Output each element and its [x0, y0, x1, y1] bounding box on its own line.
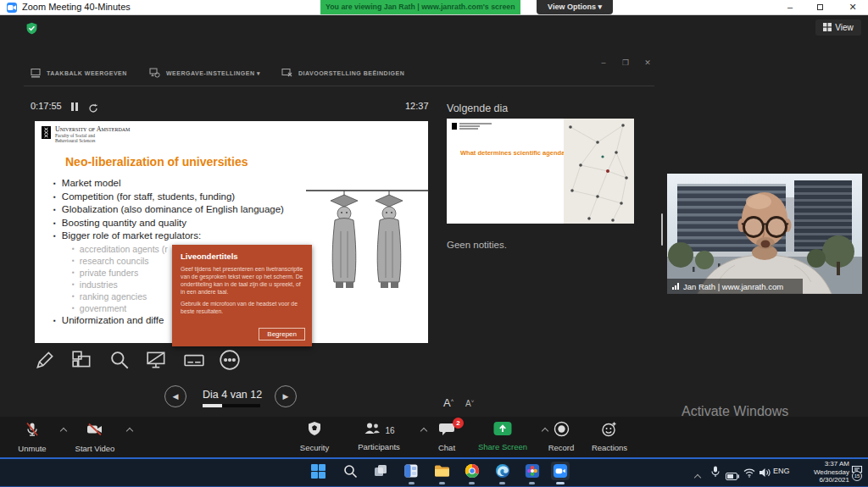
show-taskbar-label: TAAKBALK WEERGEVEN — [47, 70, 127, 76]
minimize-window-button[interactable]: – — [781, 0, 799, 14]
next-slide-thumbnail[interactable]: What determines scientific agenda? — [447, 119, 634, 224]
next-slide-title: What determines scientific agenda? — [460, 149, 569, 157]
chat-unread-badge: 2 — [453, 418, 464, 429]
running-indicator — [439, 482, 445, 484]
stopped-camera-icon — [86, 421, 104, 441]
webcam-scene — [667, 174, 862, 294]
participants-button[interactable]: 16 Participants — [342, 421, 415, 451]
search-icon[interactable] — [341, 462, 359, 480]
faculty-line-2: Behavioural Sciences — [55, 138, 130, 143]
slide-progress-bar — [203, 404, 260, 407]
captions-toggle-icon[interactable] — [183, 349, 205, 371]
end-slideshow-icon — [281, 68, 292, 79]
ppt-restore-icon[interactable]: ❐ — [619, 58, 632, 67]
security-label: Security — [300, 443, 329, 452]
notification-count-badge: 15 — [852, 471, 862, 481]
smiley-icon — [601, 421, 618, 440]
bullet-item: ▪Bigger role of market regulators: — [53, 230, 333, 243]
active-indicator — [556, 482, 565, 484]
tray-clock[interactable]: 3:37 AM Wednesday 6/30/2021 — [795, 460, 849, 484]
tray-wifi-icon[interactable] — [743, 466, 755, 481]
next-slide-button[interactable]: ▶ — [275, 385, 297, 407]
edge-browser-icon[interactable] — [493, 462, 512, 480]
restart-timer-icon[interactable] — [88, 102, 98, 117]
reactions-button[interactable]: Reactions — [581, 421, 637, 452]
notes-placeholder: Geen notities. — [447, 240, 507, 250]
widgets-icon[interactable] — [402, 462, 420, 480]
wall-clock: 12:37 — [405, 101, 429, 111]
share-screen-button[interactable]: Share Screen — [468, 421, 537, 451]
video-options-chevron[interactable] — [126, 428, 133, 434]
record-button[interactable]: Record — [537, 421, 585, 452]
black-screen-icon[interactable] — [146, 349, 168, 371]
more-options-icon[interactable] — [219, 349, 241, 371]
zoom-slide-icon[interactable] — [108, 349, 131, 371]
zoom-meeting-window: Zoom Meeting 40-Minutes You are viewing … — [0, 0, 868, 487]
restore-window-button[interactable] — [810, 0, 829, 14]
tray-speaker-icon[interactable] — [759, 466, 771, 481]
security-button[interactable]: Security — [287, 421, 342, 452]
audio-options-chevron[interactable] — [60, 428, 67, 434]
language-indicator[interactable]: ENG — [773, 467, 790, 475]
dialog-confirm-button[interactable]: Begrepen — [259, 328, 305, 340]
tray-battery-icon[interactable] — [726, 468, 739, 484]
view-options-button[interactable]: View Options ▾ — [537, 0, 613, 14]
tray-microphone-icon[interactable] — [710, 466, 721, 481]
view-layout-button[interactable]: View — [815, 19, 861, 36]
university-name: University of Amsterdam — [55, 126, 130, 133]
bullet-item: ▪Market model — [53, 177, 333, 191]
slide-title: Neo-liberalization of universities — [65, 155, 248, 169]
start-video-button[interactable]: Start Video — [70, 421, 120, 453]
show-taskbar-button[interactable]: TAAKBALK WEERGEVEN — [31, 68, 127, 79]
file-explorer-icon[interactable] — [432, 462, 451, 480]
end-slideshow-label: DIAVOORSTELLING BEËINDIGEN — [298, 70, 404, 76]
presentation-timer: 0:17:55 — [31, 101, 62, 111]
dialog-paragraph-1: Geef tijdens het presenteren een livetra… — [181, 265, 303, 296]
zoom-taskbar-icon[interactable] — [551, 462, 570, 480]
next-slide-header: Volgende dia — [447, 102, 508, 114]
tray-day: Wednesday — [795, 468, 849, 477]
tray-date: 6/30/2021 — [795, 476, 849, 484]
meeting-encryption-shield-icon — [25, 22, 38, 38]
dialog-paragraph-2: Gebruik de microfoon van de headset voor… — [181, 300, 303, 315]
window-titlebar: Zoom Meeting 40-Minutes You are viewing … — [0, 0, 868, 15]
unmute-button[interactable]: Unmute — [8, 421, 56, 453]
ppt-close-icon[interactable]: ✕ — [641, 58, 654, 67]
photos-app-icon[interactable] — [523, 462, 542, 480]
reactions-label: Reactions — [592, 443, 627, 452]
bullet-item: ▪Globalization (also dominance of Englis… — [53, 203, 333, 217]
participants-icon — [363, 421, 381, 440]
ppt-minimize-icon[interactable]: – — [597, 58, 610, 67]
university-logo: University of Amsterdam Faculty of Socia… — [42, 126, 130, 143]
bullet-item: ▪Boosting quantity and quality — [53, 217, 333, 230]
start-video-label: Start Video — [75, 444, 115, 453]
task-view-icon[interactable] — [371, 462, 390, 480]
pen-tool-icon[interactable] — [34, 349, 56, 371]
record-icon — [554, 421, 570, 440]
shield-icon — [307, 421, 322, 440]
record-label: Record — [548, 443, 575, 452]
previous-slide-button[interactable]: ◀ — [164, 385, 186, 407]
pause-timer-icon[interactable] — [71, 102, 78, 111]
view-button-label: View — [835, 23, 854, 32]
zoom-app-icon — [7, 3, 17, 13]
share-screen-label: Share Screen — [478, 442, 527, 451]
increase-font-icon[interactable]: A˄ — [443, 396, 453, 409]
chrome-icon[interactable] — [463, 462, 481, 480]
tray-chevron-icon[interactable] — [695, 468, 700, 484]
running-indicator — [499, 482, 505, 484]
dialog-title: Liveondertitels — [181, 252, 303, 261]
taskbar-icon — [31, 68, 41, 79]
start-button-icon[interactable] — [309, 462, 327, 480]
all-slides-icon[interactable] — [71, 349, 93, 371]
panel-divider-handle[interactable] — [661, 213, 663, 246]
display-settings-icon — [149, 68, 160, 79]
toolbar-separator — [24, 86, 654, 86]
decrease-font-icon[interactable]: A˅ — [465, 399, 474, 408]
unmute-label: Unmute — [18, 444, 46, 453]
window-title: Zoom Meeting 40-Minutes — [22, 2, 131, 12]
display-settings-button[interactable]: WEERGAVE-INSTELLINGEN ▾ — [149, 68, 260, 79]
close-window-button[interactable]: ✕ — [843, 0, 862, 14]
end-slideshow-button[interactable]: DIAVOORSTELLING BEËINDIGEN — [281, 68, 404, 79]
running-indicator — [529, 482, 535, 484]
